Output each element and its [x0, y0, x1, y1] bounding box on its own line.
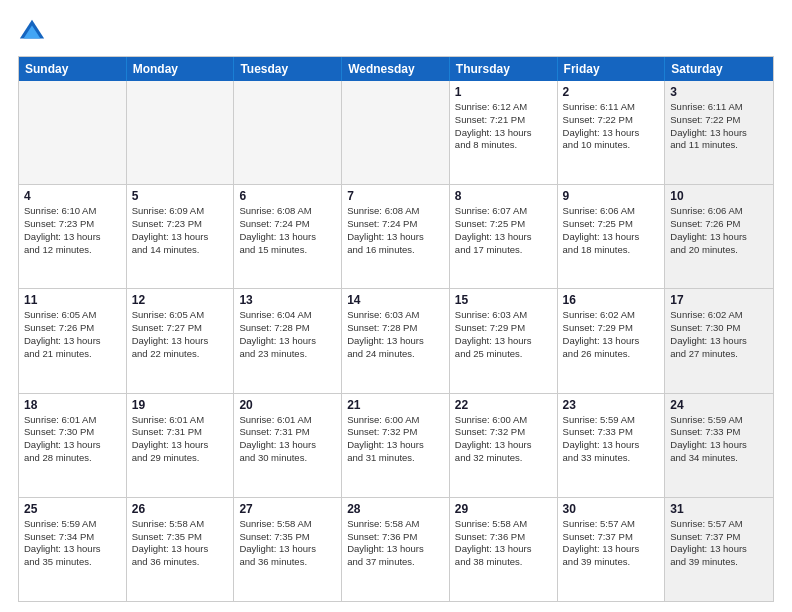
day-number: 5 [132, 189, 229, 203]
header [18, 18, 774, 46]
day-info: Sunrise: 6:06 AM Sunset: 7:26 PM Dayligh… [670, 205, 768, 256]
weekday-header-monday: Monday [127, 57, 235, 81]
day-cell-16: 16Sunrise: 6:02 AM Sunset: 7:29 PM Dayli… [558, 289, 666, 392]
day-info: Sunrise: 6:01 AM Sunset: 7:31 PM Dayligh… [132, 414, 229, 465]
weekday-header-saturday: Saturday [665, 57, 773, 81]
day-cell-21: 21Sunrise: 6:00 AM Sunset: 7:32 PM Dayli… [342, 394, 450, 497]
day-info: Sunrise: 6:06 AM Sunset: 7:25 PM Dayligh… [563, 205, 660, 256]
day-number: 28 [347, 502, 444, 516]
logo-icon [18, 18, 46, 46]
day-cell-23: 23Sunrise: 5:59 AM Sunset: 7:33 PM Dayli… [558, 394, 666, 497]
day-cell-24: 24Sunrise: 5:59 AM Sunset: 7:33 PM Dayli… [665, 394, 773, 497]
day-number: 3 [670, 85, 768, 99]
day-cell-26: 26Sunrise: 5:58 AM Sunset: 7:35 PM Dayli… [127, 498, 235, 601]
day-number: 25 [24, 502, 121, 516]
day-cell-8: 8Sunrise: 6:07 AM Sunset: 7:25 PM Daylig… [450, 185, 558, 288]
calendar-row-2: 11Sunrise: 6:05 AM Sunset: 7:26 PM Dayli… [19, 288, 773, 392]
day-number: 13 [239, 293, 336, 307]
day-info: Sunrise: 6:03 AM Sunset: 7:28 PM Dayligh… [347, 309, 444, 360]
day-cell-30: 30Sunrise: 5:57 AM Sunset: 7:37 PM Dayli… [558, 498, 666, 601]
day-number: 23 [563, 398, 660, 412]
day-info: Sunrise: 6:08 AM Sunset: 7:24 PM Dayligh… [239, 205, 336, 256]
day-number: 2 [563, 85, 660, 99]
weekday-header-friday: Friday [558, 57, 666, 81]
day-info: Sunrise: 6:07 AM Sunset: 7:25 PM Dayligh… [455, 205, 552, 256]
day-cell-1: 1Sunrise: 6:12 AM Sunset: 7:21 PM Daylig… [450, 81, 558, 184]
day-info: Sunrise: 6:00 AM Sunset: 7:32 PM Dayligh… [455, 414, 552, 465]
day-cell-2: 2Sunrise: 6:11 AM Sunset: 7:22 PM Daylig… [558, 81, 666, 184]
day-number: 18 [24, 398, 121, 412]
empty-cell-0-1 [127, 81, 235, 184]
calendar-body: 1Sunrise: 6:12 AM Sunset: 7:21 PM Daylig… [19, 81, 773, 601]
calendar-row-0: 1Sunrise: 6:12 AM Sunset: 7:21 PM Daylig… [19, 81, 773, 184]
day-info: Sunrise: 6:02 AM Sunset: 7:30 PM Dayligh… [670, 309, 768, 360]
day-cell-17: 17Sunrise: 6:02 AM Sunset: 7:30 PM Dayli… [665, 289, 773, 392]
day-info: Sunrise: 6:05 AM Sunset: 7:27 PM Dayligh… [132, 309, 229, 360]
weekday-header-wednesday: Wednesday [342, 57, 450, 81]
day-number: 9 [563, 189, 660, 203]
day-info: Sunrise: 5:58 AM Sunset: 7:36 PM Dayligh… [347, 518, 444, 569]
day-number: 10 [670, 189, 768, 203]
day-info: Sunrise: 5:59 AM Sunset: 7:33 PM Dayligh… [670, 414, 768, 465]
calendar: SundayMondayTuesdayWednesdayThursdayFrid… [18, 56, 774, 602]
day-info: Sunrise: 6:02 AM Sunset: 7:29 PM Dayligh… [563, 309, 660, 360]
calendar-row-1: 4Sunrise: 6:10 AM Sunset: 7:23 PM Daylig… [19, 184, 773, 288]
day-cell-4: 4Sunrise: 6:10 AM Sunset: 7:23 PM Daylig… [19, 185, 127, 288]
day-number: 20 [239, 398, 336, 412]
day-cell-14: 14Sunrise: 6:03 AM Sunset: 7:28 PM Dayli… [342, 289, 450, 392]
day-cell-15: 15Sunrise: 6:03 AM Sunset: 7:29 PM Dayli… [450, 289, 558, 392]
calendar-header: SundayMondayTuesdayWednesdayThursdayFrid… [19, 57, 773, 81]
day-cell-19: 19Sunrise: 6:01 AM Sunset: 7:31 PM Dayli… [127, 394, 235, 497]
day-info: Sunrise: 6:10 AM Sunset: 7:23 PM Dayligh… [24, 205, 121, 256]
day-cell-25: 25Sunrise: 5:59 AM Sunset: 7:34 PM Dayli… [19, 498, 127, 601]
day-cell-12: 12Sunrise: 6:05 AM Sunset: 7:27 PM Dayli… [127, 289, 235, 392]
day-info: Sunrise: 6:05 AM Sunset: 7:26 PM Dayligh… [24, 309, 121, 360]
weekday-header-thursday: Thursday [450, 57, 558, 81]
day-info: Sunrise: 5:57 AM Sunset: 7:37 PM Dayligh… [563, 518, 660, 569]
day-number: 22 [455, 398, 552, 412]
day-number: 1 [455, 85, 552, 99]
day-number: 21 [347, 398, 444, 412]
day-number: 19 [132, 398, 229, 412]
day-cell-11: 11Sunrise: 6:05 AM Sunset: 7:26 PM Dayli… [19, 289, 127, 392]
day-info: Sunrise: 5:58 AM Sunset: 7:35 PM Dayligh… [239, 518, 336, 569]
day-number: 11 [24, 293, 121, 307]
day-number: 27 [239, 502, 336, 516]
day-number: 24 [670, 398, 768, 412]
day-cell-20: 20Sunrise: 6:01 AM Sunset: 7:31 PM Dayli… [234, 394, 342, 497]
day-number: 26 [132, 502, 229, 516]
empty-cell-0-2 [234, 81, 342, 184]
day-number: 6 [239, 189, 336, 203]
day-number: 16 [563, 293, 660, 307]
day-info: Sunrise: 6:04 AM Sunset: 7:28 PM Dayligh… [239, 309, 336, 360]
day-info: Sunrise: 6:01 AM Sunset: 7:30 PM Dayligh… [24, 414, 121, 465]
day-cell-31: 31Sunrise: 5:57 AM Sunset: 7:37 PM Dayli… [665, 498, 773, 601]
calendar-row-3: 18Sunrise: 6:01 AM Sunset: 7:30 PM Dayli… [19, 393, 773, 497]
day-number: 29 [455, 502, 552, 516]
day-number: 17 [670, 293, 768, 307]
day-info: Sunrise: 6:03 AM Sunset: 7:29 PM Dayligh… [455, 309, 552, 360]
day-info: Sunrise: 6:11 AM Sunset: 7:22 PM Dayligh… [670, 101, 768, 152]
day-info: Sunrise: 6:00 AM Sunset: 7:32 PM Dayligh… [347, 414, 444, 465]
day-info: Sunrise: 5:59 AM Sunset: 7:34 PM Dayligh… [24, 518, 121, 569]
day-info: Sunrise: 6:01 AM Sunset: 7:31 PM Dayligh… [239, 414, 336, 465]
day-cell-3: 3Sunrise: 6:11 AM Sunset: 7:22 PM Daylig… [665, 81, 773, 184]
day-cell-29: 29Sunrise: 5:58 AM Sunset: 7:36 PM Dayli… [450, 498, 558, 601]
day-cell-18: 18Sunrise: 6:01 AM Sunset: 7:30 PM Dayli… [19, 394, 127, 497]
day-number: 31 [670, 502, 768, 516]
day-info: Sunrise: 6:09 AM Sunset: 7:23 PM Dayligh… [132, 205, 229, 256]
day-info: Sunrise: 5:59 AM Sunset: 7:33 PM Dayligh… [563, 414, 660, 465]
day-number: 8 [455, 189, 552, 203]
day-number: 15 [455, 293, 552, 307]
day-number: 7 [347, 189, 444, 203]
logo [18, 18, 50, 46]
day-info: Sunrise: 5:57 AM Sunset: 7:37 PM Dayligh… [670, 518, 768, 569]
page: SundayMondayTuesdayWednesdayThursdayFrid… [0, 0, 792, 612]
day-number: 4 [24, 189, 121, 203]
day-cell-10: 10Sunrise: 6:06 AM Sunset: 7:26 PM Dayli… [665, 185, 773, 288]
day-info: Sunrise: 6:12 AM Sunset: 7:21 PM Dayligh… [455, 101, 552, 152]
calendar-row-4: 25Sunrise: 5:59 AM Sunset: 7:34 PM Dayli… [19, 497, 773, 601]
day-number: 30 [563, 502, 660, 516]
empty-cell-0-3 [342, 81, 450, 184]
day-cell-5: 5Sunrise: 6:09 AM Sunset: 7:23 PM Daylig… [127, 185, 235, 288]
